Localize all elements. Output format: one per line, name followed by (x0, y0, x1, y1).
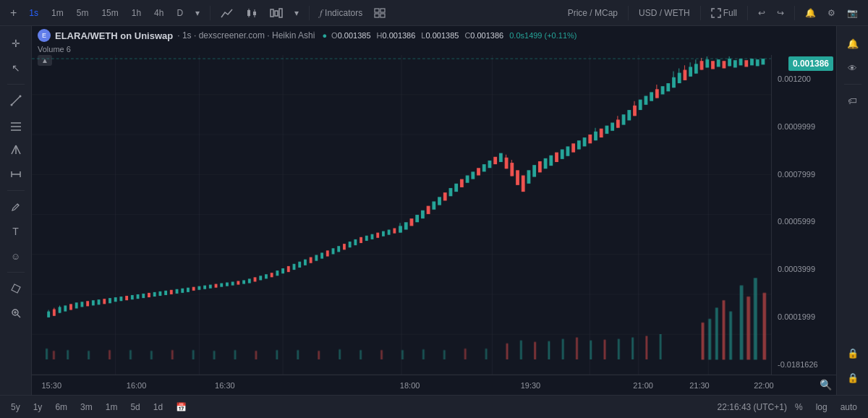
chart-type-dropdown[interactable]: ▾ (290, 5, 303, 21)
indicators-button[interactable]: 𝑓 Indicators (315, 4, 367, 22)
bottom-toolbar: 5y 1y 6m 3m 1m 5d 1d 📅 22:16:43 (UTC+1) … (0, 395, 868, 418)
chart-info-bar: E ELARA/WETH on Uniswap · 1s · dexscreen… (32, 26, 836, 45)
pencil-tool[interactable] (4, 195, 27, 218)
sidebar-sep2 (7, 190, 25, 191)
range-1y[interactable]: 1y (28, 401, 48, 414)
price-level-7999: 0.0007999 (775, 171, 833, 179)
svg-rect-118 (220, 283, 223, 287)
range-3m[interactable]: 3m (75, 401, 98, 414)
svg-rect-93 (80, 302, 83, 307)
chart-canvas[interactable]: ▲ (32, 55, 771, 375)
timeframe-5m[interactable]: 5m (72, 6, 94, 20)
fullscreen-button[interactable]: Full (707, 5, 741, 21)
svg-rect-195 (622, 114, 626, 124)
alerts-button[interactable]: 🔔 (801, 5, 820, 21)
emoji-tool[interactable]: ☺ (4, 244, 27, 268)
svg-point-15 (19, 95, 21, 98)
range-1m[interactable]: 1m (101, 401, 123, 414)
auto-button[interactable]: auto (835, 401, 862, 414)
svg-rect-205 (666, 83, 670, 91)
range-6m[interactable]: 6m (50, 401, 72, 414)
alerts-panel-button[interactable]: 🔔 (841, 32, 864, 55)
range-5y[interactable]: 5y (6, 401, 25, 414)
sep6 (794, 6, 795, 20)
time-1630: 16:30 (215, 381, 235, 390)
crosshair-tool[interactable]: ✛ (4, 32, 27, 55)
chart-and-axes: ▲ (32, 55, 836, 375)
range-1d[interactable]: 1d (148, 401, 168, 414)
add-button[interactable]: + (6, 4, 21, 22)
svg-rect-167 (488, 161, 492, 168)
timeframe-1m[interactable]: 1m (46, 6, 69, 20)
svg-rect-163 (466, 176, 469, 183)
svg-rect-180 (549, 155, 553, 166)
svg-rect-11 (375, 14, 379, 17)
chart-type-line[interactable] (216, 5, 238, 21)
settings-button[interactable]: ⚙ (823, 5, 840, 21)
svg-rect-146 (376, 233, 379, 238)
svg-rect-126 (265, 274, 268, 278)
sep1 (210, 6, 210, 20)
ruler-tool[interactable] (4, 277, 27, 300)
change-value: 0.0s1499 (+0.11%) (509, 31, 576, 40)
timeframe-4h[interactable]: 4h (149, 6, 169, 20)
calendar-button[interactable]: 📅 (171, 401, 192, 414)
lock-button[interactable]: 🔒 (841, 341, 864, 364)
timeframe-dropdown[interactable]: ▾ (191, 5, 204, 21)
log-button[interactable]: log (811, 401, 833, 414)
percent-button[interactable]: % (790, 401, 808, 414)
svg-rect-55 (339, 349, 341, 359)
svg-rect-204 (661, 86, 665, 94)
svg-rect-221 (717, 59, 720, 67)
timeframe-1s[interactable]: 1s (24, 6, 43, 20)
screenshot-button[interactable]: 📷 (843, 5, 862, 21)
svg-rect-222 (723, 61, 726, 68)
svg-rect-0 (247, 10, 250, 16)
svg-rect-61 (464, 349, 467, 359)
currency-toggle[interactable]: USD / WETH (634, 5, 694, 21)
zoom-tool[interactable] (4, 302, 27, 325)
timeframe-d[interactable]: D (171, 6, 188, 20)
chart-type-candle[interactable] (241, 5, 263, 21)
lock-lower-button[interactable]: 🔒 (841, 366, 864, 389)
measure-tool[interactable] (4, 163, 27, 186)
svg-rect-220 (711, 61, 715, 69)
horizontal-line-tool[interactable] (4, 114, 27, 137)
svg-line-19 (12, 145, 16, 154)
pair-name: ELARA/WETH on Uniswap (55, 30, 173, 41)
redo-button[interactable]: ↪ (773, 5, 788, 21)
svg-rect-72 (631, 338, 634, 360)
timeframe-1h[interactable]: 1h (127, 6, 146, 20)
trend-line-tool[interactable] (4, 89, 27, 112)
tag-button[interactable]: 🏷 (841, 89, 864, 112)
ohlc-data: O0.001385 H0.001386 L0.001385 C0.001386 … (331, 31, 576, 40)
range-5d[interactable]: 5d (125, 401, 145, 414)
price-mcap-toggle[interactable]: Price / MCap (563, 5, 622, 21)
chart-type-bar[interactable] (265, 5, 287, 21)
multi-chart-button[interactable] (370, 5, 390, 21)
svg-rect-206 (672, 77, 676, 88)
svg-rect-57 (380, 350, 383, 359)
text-tool[interactable]: T (4, 220, 27, 243)
svg-rect-122 (242, 280, 245, 283)
time-zoom-icon[interactable]: 🔍 (820, 379, 832, 391)
svg-rect-80 (740, 286, 744, 360)
watchlist-button[interactable]: 👁 (841, 56, 864, 80)
timeframe-15m[interactable]: 15m (96, 6, 123, 20)
svg-rect-50 (234, 350, 237, 359)
svg-line-13 (12, 96, 20, 105)
svg-rect-64 (520, 341, 522, 360)
svg-rect-141 (349, 242, 352, 247)
undo-button[interactable]: ↩ (754, 5, 770, 21)
svg-rect-111 (181, 289, 184, 293)
svg-rect-60 (443, 350, 446, 359)
svg-rect-44 (109, 350, 111, 359)
volume-label: Volume 6 (32, 45, 836, 55)
svg-rect-41 (53, 351, 55, 359)
pointer-tool[interactable]: ↖ (4, 56, 27, 80)
svg-rect-158 (438, 197, 441, 205)
fork-tool[interactable] (4, 138, 27, 161)
price-level-1200: 0.001200 (775, 75, 833, 83)
svg-rect-184 (571, 143, 575, 152)
svg-rect-107 (158, 291, 161, 296)
